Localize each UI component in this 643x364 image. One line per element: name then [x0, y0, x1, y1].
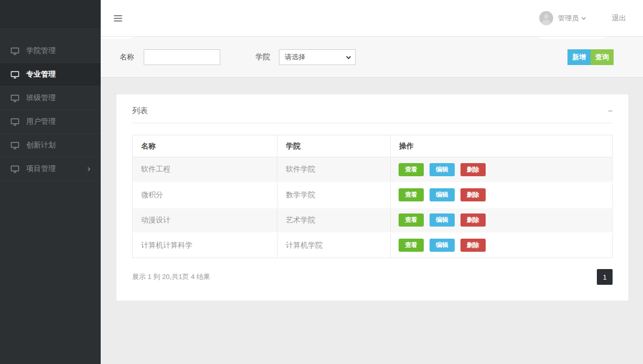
name-filter-label: 名称	[120, 52, 134, 62]
sidebar-item-college-mgmt[interactable]: 学院管理	[0, 39, 101, 63]
table-header-row: 名称 学院 操作	[133, 135, 613, 157]
table-footer: 展示 1 到 20,共1页 4 结果 1	[132, 258, 613, 301]
app-window: 学院管理 专业管理 班级管理 用户管理 创新计划 项目管理	[0, 0, 643, 364]
cell-college: 软件学院	[277, 157, 391, 183]
sidebar-menu: 学院管理 专业管理 班级管理 用户管理 创新计划 项目管理	[0, 28, 101, 181]
edit-button[interactable]: 编辑	[430, 213, 455, 227]
avatar	[539, 11, 553, 25]
view-button[interactable]: 查看	[399, 213, 424, 227]
delete-button[interactable]: 删除	[460, 213, 486, 227]
pagination-summary: 展示 1 到 20,共1页 4 结果	[132, 272, 210, 282]
delete-button[interactable]: 删除	[460, 188, 486, 201]
chevron-right-icon	[87, 167, 91, 172]
cell-name: 微积分	[133, 183, 277, 208]
monitor-icon	[10, 47, 19, 56]
cell-name: 软件工程	[133, 157, 277, 183]
cell-college: 艺术学院	[277, 208, 391, 233]
panel-title: 列表	[132, 106, 148, 116]
sidebar-item-user-mgmt[interactable]: 用户管理	[0, 110, 101, 134]
monitor-icon	[10, 117, 19, 126]
pagination-page-1-button[interactable]: 1	[597, 269, 613, 285]
column-header-ops: 操作	[391, 135, 613, 157]
cell-ops: 查看 编辑 删除	[391, 233, 613, 258]
table-row: 动漫设计 艺术学院 查看 编辑 删除	[133, 208, 613, 233]
filter-bar: 名称 学院 请选择 新增 查询	[101, 37, 643, 78]
cell-name: 计算机计算科学	[133, 233, 277, 258]
sidebar-item-label: 专业管理	[26, 70, 56, 79]
cell-college: 数学学院	[277, 183, 391, 208]
cell-ops: 查看 编辑 删除	[391, 157, 613, 183]
college-filter-label: 学院	[255, 52, 270, 62]
search-button[interactable]: 查询	[591, 49, 614, 65]
user-menu[interactable]: 管理员	[539, 11, 586, 25]
sidebar-item-label: 用户管理	[26, 117, 56, 126]
filter-actions: 新增 查询	[567, 49, 614, 65]
majors-table: 名称 学院 操作 软件工程 软件学院 查看 编辑 删除	[132, 135, 613, 258]
header-tab-notch-right	[538, 37, 606, 39]
cell-college: 计算机学院	[277, 233, 391, 258]
view-button[interactable]: 查看	[399, 188, 424, 201]
sidebar: 学院管理 专业管理 班级管理 用户管理 创新计划 项目管理	[0, 0, 101, 364]
edit-button[interactable]: 编辑	[430, 163, 455, 176]
add-button[interactable]: 新增	[567, 49, 591, 65]
sidebar-item-label: 学院管理	[26, 46, 56, 56]
hamburger-menu-icon[interactable]	[114, 15, 122, 22]
monitor-icon	[10, 70, 19, 79]
table-row: 计算机计算科学 计算机学院 查看 编辑 删除	[133, 233, 613, 258]
logout-link[interactable]: 退出	[612, 14, 626, 23]
edit-button[interactable]: 编辑	[430, 188, 455, 201]
panel-header: 列表 −	[132, 94, 613, 123]
sidebar-item-major-mgmt[interactable]: 专业管理	[0, 63, 101, 87]
monitor-icon	[10, 94, 19, 103]
list-panel: 列表 − 名称 学院 操作 软件工程	[116, 94, 628, 301]
column-header-name: 名称	[133, 135, 277, 157]
sidebar-logo-area	[0, 0, 101, 28]
cell-ops: 查看 编辑 删除	[391, 183, 613, 208]
content-area: 列表 − 名称 学院 操作 软件工程	[101, 78, 643, 364]
name-filter-input[interactable]	[144, 49, 220, 65]
header-tab-notch-left	[101, 37, 133, 39]
sidebar-item-project-mgmt[interactable]: 项目管理	[0, 157, 101, 181]
view-button[interactable]: 查看	[399, 163, 424, 176]
collapse-panel-icon[interactable]: −	[608, 107, 613, 115]
cell-ops: 查看 编辑 删除	[391, 208, 613, 233]
user-name: 管理员	[558, 14, 578, 23]
sidebar-item-label: 项目管理	[26, 164, 56, 174]
monitor-icon	[10, 165, 19, 174]
avatar-placeholder-icon	[539, 11, 553, 25]
chevron-down-icon	[581, 16, 586, 21]
sidebar-item-label: 创新计划	[26, 141, 56, 150]
college-select[interactable]: 请选择	[279, 49, 356, 65]
topbar: 管理员 退出	[101, 0, 643, 37]
delete-button[interactable]: 删除	[460, 163, 486, 176]
edit-button[interactable]: 编辑	[430, 239, 455, 252]
sidebar-item-class-mgmt[interactable]: 班级管理	[0, 87, 101, 110]
table-row: 微积分 数学学院 查看 编辑 删除	[133, 183, 613, 208]
delete-button[interactable]: 删除	[460, 239, 486, 252]
cell-name: 动漫设计	[133, 208, 277, 233]
main-area: 管理员 退出 名称 学院 请选择 新增 查询	[101, 0, 643, 364]
monitor-icon	[10, 141, 19, 150]
column-header-college: 学院	[277, 135, 391, 157]
college-select-wrap: 请选择	[279, 49, 356, 65]
sidebar-item-label: 班级管理	[26, 93, 56, 103]
table-row: 软件工程 软件学院 查看 编辑 删除	[133, 157, 613, 183]
view-button[interactable]: 查看	[399, 239, 424, 252]
sidebar-item-innovation-plan[interactable]: 创新计划	[0, 134, 101, 157]
